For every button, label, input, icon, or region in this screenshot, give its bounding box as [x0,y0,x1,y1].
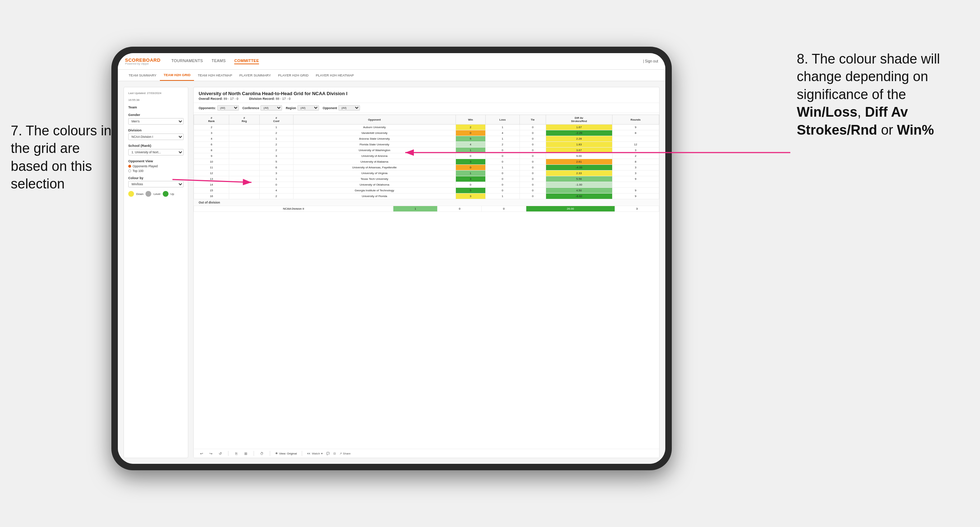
col-diff: Diff AvStrokes/Rnd [546,115,612,125]
grid-icon[interactable]: ⊞ [243,451,248,456]
watch-button[interactable]: 👀 Watch ▾ [307,452,322,455]
undo-icon[interactable]: ↩ [199,451,204,456]
gender-section: Gender Men's [128,113,184,125]
legend-up-dot [163,191,169,197]
cell-win: 2 [455,125,485,130]
region-filter-label: Region [286,106,296,110]
cell-rounds [612,182,659,188]
cell-rounds: 9 [612,176,659,182]
cell-conf: 3 [259,170,293,176]
division-record-label: Division Record: 88 - 17 - 0 [249,97,291,100]
table-body: 2 1 Auburn University 2 1 0 1.67 9 3 2 V… [194,125,659,199]
cell-reg [229,153,259,159]
team-label: Team [128,105,184,109]
cell-tie: 0 [520,148,546,153]
cell-loss: 0 [485,153,520,159]
subnav-player-h2h-grid[interactable]: PLAYER H2H GRID [274,70,312,81]
cell-reg [229,125,259,130]
cell-win: 1 [455,170,485,176]
cell-reg [229,159,259,165]
cell-reg [229,148,259,153]
opponent-filter-select[interactable]: (All) [339,105,360,111]
table-row: 14 0 University of Oklahoma 0 0 0 -1.00 [194,182,659,188]
cell-diff: -4.33 [546,165,612,170]
cell-tie: 0 [520,159,546,165]
overall-record-label: Overall Record: 89 - 17 - 0 [199,97,239,100]
cell-opponent: Auburn University [293,125,455,130]
logo-area: SCOREBOARD Powered by clippd [125,57,161,65]
radio-top100[interactable]: Top 100 [128,169,184,173]
cell-rounds: 8 [612,130,659,136]
table-row: 16 2 University of Florida 3 1 0 -6.62 9 [194,194,659,199]
out-of-division-label: Out of division [194,199,659,206]
cell-opponent: University of Florida [293,194,455,199]
cell-opponent: Georgia Institute of Technology [293,188,455,194]
legend-up-label: Up [171,192,174,196]
left-panel: Last Updated: 27/03/2024 16:55:38 Team G… [124,87,188,458]
subnav-team-h2h-grid[interactable]: TEAM H2H GRID [160,70,194,81]
bottom-toolbar: ↩ ↪ ↺ ⎘ ⊞ ⏱ 👁 View: Original 👀 Watc [194,449,659,458]
cell-rounds: 9 [612,194,659,199]
nav-teams[interactable]: TEAMS [212,59,226,64]
nav-links: TOURNAMENTS TEAMS COMMITTEE [171,59,643,64]
cell-opponent: Texas Tech University [293,176,455,182]
subnav-player-h2h-heatmap[interactable]: PLAYER H2H HEATMAP [312,70,358,81]
clock-icon[interactable]: ⏱ [259,451,265,456]
table-row: 10 5 University of Alabama 3 0 0 2.61 8 [194,159,659,165]
grid-title: University of North Carolina Head-to-Hea… [199,91,654,96]
grid-record-row: Overall Record: 89 - 17 - 0 Division Rec… [199,97,654,100]
cell-win: 5 [455,136,485,142]
radio-opponents-played[interactable]: Opponents Played [128,164,184,168]
share-button[interactable]: ↗ Share [339,452,351,455]
gender-select[interactable]: Men's [128,118,184,125]
cell-tie: 0 [520,153,546,159]
refresh-icon[interactable]: ↺ [217,451,223,456]
legend: Down Level Up [128,191,184,197]
cell-rounds: 9 [612,125,659,130]
cell-opponent: Arizona State University [293,136,455,142]
redo-icon[interactable]: ↪ [208,451,214,456]
comment-icon[interactable]: 💬 [326,452,330,455]
view-icon: 👁 [275,452,278,455]
col-rank: #Rank [194,115,229,125]
cell-conf: 2 [259,130,293,136]
subnav-team-summary[interactable]: TEAM SUMMARY [125,70,160,81]
cell-reg [229,170,259,176]
data-table-wrap[interactable]: #Rank #Reg #Conf Opponent Win Loss Tie D… [194,113,659,449]
nav-tournaments[interactable]: TOURNAMENTS [171,59,203,64]
division-select[interactable]: NCAA Division I [128,133,184,140]
cell-tie: 0 [520,176,546,182]
school-select[interactable]: 1. University of Nort... [128,149,184,156]
cell-rounds: 2 [612,153,659,159]
conference-filter-select[interactable]: (All) [261,105,282,111]
region-filter-select[interactable]: (All) [298,105,319,111]
opponents-filter: Opponents: (All) [199,105,239,111]
nav-committee[interactable]: COMMITTEE [234,59,259,64]
last-updated-time: 16:55:38 [128,98,184,102]
cell-rank: 10 [194,159,229,165]
view-label[interactable]: 👁 View: Original [275,452,297,455]
cell-opponent: University of Washington [293,148,455,153]
sign-out-link[interactable]: | Sign out [643,59,658,63]
opponents-filter-select[interactable]: (All) [217,105,239,111]
subnav-team-h2h-heatmap[interactable]: TEAM H2H HEATMAP [194,70,235,81]
cell-diff: 4.50 [546,188,612,194]
cell-loss: 1 [485,136,520,142]
team-section: Team [128,105,184,109]
cell-tie: 0 [520,170,546,176]
subnav-player-summary[interactable]: PLAYER SUMMARY [235,70,274,81]
col-win: Win [455,115,485,125]
cell-reg [229,176,259,182]
conference-filter: Conference (All) [242,105,282,111]
table-row: 6 2 Florida State University 4 2 0 1.83 … [194,142,659,148]
cell-rounds: 9 [612,188,659,194]
cell-opponent: University of Oklahoma [293,182,455,188]
copy-icon[interactable]: ⎘ [234,451,239,456]
cell-conf: 5 [259,159,293,165]
colour-by-select[interactable]: Win/loss [128,181,184,187]
layout-icon[interactable]: ⊡ [333,452,336,455]
legend-level-label: Level [153,192,160,196]
opponent-view-section: Opponent View Opponents Played Top 100 [128,159,184,173]
opponent-filter: Opponent (All) [323,105,360,111]
legend-down-dot [128,191,134,197]
